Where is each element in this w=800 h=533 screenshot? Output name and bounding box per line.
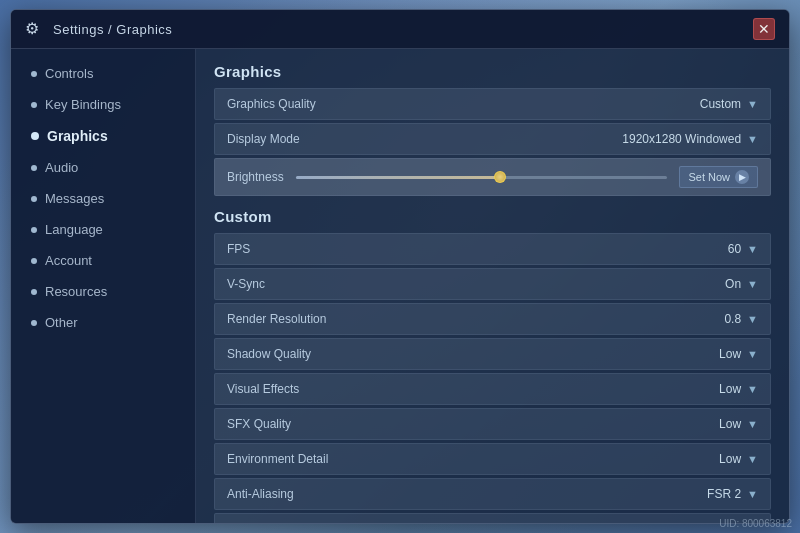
- sidebar-item-messages[interactable]: Messages: [11, 184, 195, 213]
- visual-effects-value: Low ▼: [719, 382, 758, 396]
- dropdown-arrow-icon: ▼: [747, 243, 758, 255]
- volumetric-fog-label: Volumetric Fog: [227, 522, 307, 523]
- render-resolution-row[interactable]: Render Resolution 0.8 ▼: [214, 303, 771, 335]
- content-area: Controls Key Bindings Graphics Audio Mes…: [11, 49, 789, 523]
- brightness-slider-container: [296, 176, 668, 179]
- sidebar-item-resources[interactable]: Resources: [11, 277, 195, 306]
- fps-row[interactable]: FPS 60 ▼: [214, 233, 771, 265]
- dropdown-arrow-icon: ▼: [747, 453, 758, 465]
- sidebar-item-controls[interactable]: Controls: [11, 59, 195, 88]
- display-mode-label: Display Mode: [227, 132, 300, 146]
- visual-effects-label: Visual Effects: [227, 382, 299, 396]
- vsync-row[interactable]: V-Sync On ▼: [214, 268, 771, 300]
- display-mode-row[interactable]: Display Mode 1920x1280 Windowed ▼: [214, 123, 771, 155]
- fps-text: 60: [728, 242, 741, 256]
- sidebar-item-key-bindings[interactable]: Key Bindings: [11, 90, 195, 119]
- dropdown-arrow-icon: ▼: [747, 98, 758, 110]
- display-mode-text: 1920x1280 Windowed: [622, 132, 741, 146]
- render-resolution-value: 0.8 ▼: [724, 312, 758, 326]
- environment-detail-text: Low: [719, 452, 741, 466]
- shadow-quality-text: Low: [719, 347, 741, 361]
- set-now-button[interactable]: Set Now ▶: [679, 166, 758, 188]
- volumetric-fog-row[interactable]: Volumetric Fog Off ▼: [214, 513, 771, 523]
- sidebar-label-key-bindings: Key Bindings: [45, 97, 121, 112]
- modal-overlay: ⚙ Settings / Graphics ✕ Controls Key Bin…: [0, 0, 800, 533]
- graphics-section-title: Graphics: [214, 63, 771, 80]
- sidebar-label-graphics: Graphics: [47, 128, 108, 144]
- sidebar-label-resources: Resources: [45, 284, 107, 299]
- dropdown-arrow-icon: ▼: [747, 133, 758, 145]
- bullet-icon: [31, 71, 37, 77]
- environment-detail-label: Environment Detail: [227, 452, 328, 466]
- dropdown-arrow-icon: ▼: [747, 418, 758, 430]
- set-now-label: Set Now: [688, 171, 730, 183]
- brightness-label: Brightness: [227, 170, 284, 184]
- sidebar-label-messages: Messages: [45, 191, 104, 206]
- vsync-text: On: [725, 277, 741, 291]
- visual-effects-row[interactable]: Visual Effects Low ▼: [214, 373, 771, 405]
- shadow-quality-value: Low ▼: [719, 347, 758, 361]
- sidebar-label-audio: Audio: [45, 160, 78, 175]
- anti-aliasing-text: FSR 2: [707, 487, 741, 501]
- uid-display: UID: 800063812: [719, 518, 790, 524]
- dropdown-arrow-icon: ▼: [747, 313, 758, 325]
- sidebar-item-language[interactable]: Language: [11, 215, 195, 244]
- shadow-quality-label: Shadow Quality: [227, 347, 311, 361]
- sfx-quality-row[interactable]: SFX Quality Low ▼: [214, 408, 771, 440]
- render-resolution-text: 0.8: [724, 312, 741, 326]
- sidebar-item-account[interactable]: Account: [11, 246, 195, 275]
- sidebar-item-audio[interactable]: Audio: [11, 153, 195, 182]
- visual-effects-text: Low: [719, 382, 741, 396]
- brightness-slider-fill: [296, 176, 500, 179]
- gear-icon: ⚙: [25, 19, 45, 39]
- sidebar-label-other: Other: [45, 315, 78, 330]
- graphics-quality-row[interactable]: Graphics Quality Custom ▼: [214, 88, 771, 120]
- dropdown-arrow-icon: ▼: [747, 348, 758, 360]
- title-bar: ⚙ Settings / Graphics ✕: [11, 10, 789, 49]
- close-button[interactable]: ✕: [753, 18, 775, 40]
- bullet-icon: [31, 320, 37, 326]
- sidebar-label-language: Language: [45, 222, 103, 237]
- dropdown-arrow-icon: ▼: [747, 383, 758, 395]
- sfx-quality-label: SFX Quality: [227, 417, 291, 431]
- render-resolution-label: Render Resolution: [227, 312, 326, 326]
- right-panel: Graphics Graphics Quality Custom ▼ Displ…: [196, 49, 789, 523]
- fps-value: 60 ▼: [728, 242, 758, 256]
- environment-detail-value: Low ▼: [719, 452, 758, 466]
- anti-aliasing-row[interactable]: Anti-Aliasing FSR 2 ▼: [214, 478, 771, 510]
- graphics-quality-label: Graphics Quality: [227, 97, 316, 111]
- sidebar-item-graphics[interactable]: Graphics: [11, 121, 195, 151]
- anti-aliasing-label: Anti-Aliasing: [227, 487, 294, 501]
- anti-aliasing-value: FSR 2 ▼: [707, 487, 758, 501]
- display-mode-value: 1920x1280 Windowed ▼: [622, 132, 758, 146]
- graphics-quality-text: Custom: [700, 97, 741, 111]
- graphics-quality-value: Custom ▼: [700, 97, 758, 111]
- sidebar-label-controls: Controls: [45, 66, 93, 81]
- window-title: Settings / Graphics: [53, 22, 172, 37]
- vsync-value: On ▼: [725, 277, 758, 291]
- sidebar-label-account: Account: [45, 253, 92, 268]
- bullet-icon: [31, 196, 37, 202]
- bullet-icon: [31, 165, 37, 171]
- bullet-icon: [31, 132, 39, 140]
- dropdown-arrow-icon: ▼: [747, 488, 758, 500]
- vsync-label: V-Sync: [227, 277, 265, 291]
- sidebar-item-other[interactable]: Other: [11, 308, 195, 337]
- brightness-row[interactable]: Brightness Set Now ▶: [214, 158, 771, 196]
- custom-section-title: Custom: [214, 208, 771, 225]
- title-bar-left: ⚙ Settings / Graphics: [25, 19, 172, 39]
- dropdown-arrow-icon: ▼: [747, 278, 758, 290]
- circle-arrow-icon: ▶: [735, 170, 749, 184]
- bullet-icon: [31, 102, 37, 108]
- sfx-quality-text: Low: [719, 417, 741, 431]
- environment-detail-row[interactable]: Environment Detail Low ▼: [214, 443, 771, 475]
- settings-modal: ⚙ Settings / Graphics ✕ Controls Key Bin…: [10, 9, 790, 524]
- fps-label: FPS: [227, 242, 250, 256]
- bullet-icon: [31, 227, 37, 233]
- bullet-icon: [31, 289, 37, 295]
- brightness-slider-track[interactable]: [296, 176, 668, 179]
- sidebar: Controls Key Bindings Graphics Audio Mes…: [11, 49, 196, 523]
- brightness-slider-thumb[interactable]: [494, 171, 506, 183]
- shadow-quality-row[interactable]: Shadow Quality Low ▼: [214, 338, 771, 370]
- sfx-quality-value: Low ▼: [719, 417, 758, 431]
